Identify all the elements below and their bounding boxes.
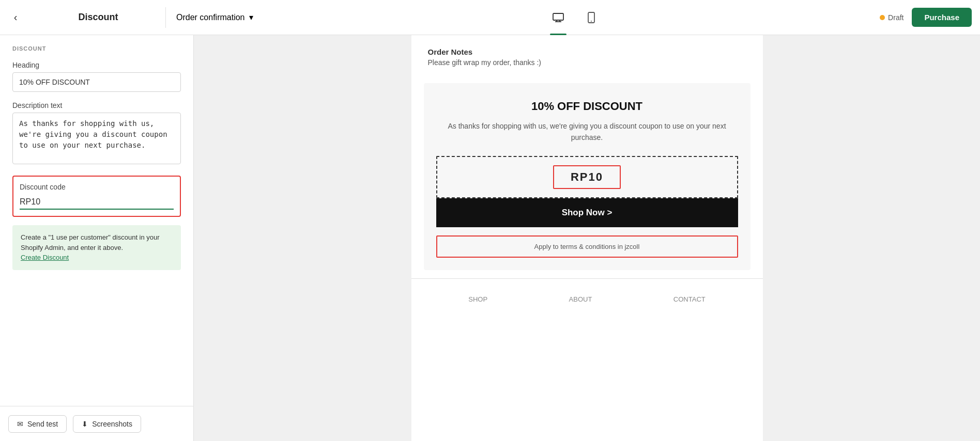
left-bottom-bar: ✉ Send test ⬇ Screenshots xyxy=(0,406,193,441)
description-label: Description text xyxy=(12,101,181,109)
svg-point-5 xyxy=(591,21,592,22)
svg-rect-0 xyxy=(553,13,563,20)
footer-about-link[interactable]: ABOUT xyxy=(569,295,592,303)
left-scroll: DISCOUNT Heading Description text As tha… xyxy=(0,35,193,406)
create-discount-link[interactable]: Create Discount xyxy=(21,254,69,261)
send-icon: ✉ xyxy=(17,420,23,428)
main-layout: DISCOUNT Heading Description text As tha… xyxy=(0,35,980,441)
discount-code-section: Discount code xyxy=(12,176,181,217)
terms-button[interactable]: Apply to terms & conditions in jzcoll xyxy=(436,235,738,258)
coupon-code-display: RP10 xyxy=(553,165,621,189)
topbar-right: Draft Purchase xyxy=(880,8,980,27)
topbar: ‹ Discount Order confirmation ▾ Draft Pu xyxy=(0,0,980,35)
heading-label: Heading xyxy=(12,61,181,69)
order-notes-section: Order Notes Please gift wrap my order, t… xyxy=(411,35,763,75)
order-notes-title: Order Notes xyxy=(428,48,746,56)
send-test-label: Send test xyxy=(27,420,58,428)
page-title: Discount xyxy=(31,12,165,23)
view-toggle xyxy=(269,7,880,28)
discount-preview-block: 10% OFF DISCOUNT As thanks for shopping … xyxy=(424,83,751,270)
mobile-view-button[interactable] xyxy=(581,7,602,28)
purchase-button[interactable]: Purchase xyxy=(912,8,972,27)
discount-code-input[interactable] xyxy=(20,195,174,210)
chevron-down-icon: ▾ xyxy=(249,12,253,22)
footer-shop-link[interactable]: SHOP xyxy=(468,295,487,303)
draft-label: Draft xyxy=(888,13,904,22)
description-textarea[interactable]: As thanks for shopping with us, we're gi… xyxy=(12,113,181,164)
desktop-view-button[interactable] xyxy=(548,7,569,28)
back-button[interactable]: ‹ xyxy=(0,11,31,23)
order-notes-text: Please gift wrap my order, thanks :) xyxy=(428,58,746,67)
dropdown-label: Order confirmation xyxy=(176,13,245,22)
heading-input[interactable] xyxy=(12,72,181,92)
download-icon: ⬇ xyxy=(82,420,88,428)
left-panel: DISCOUNT Heading Description text As tha… xyxy=(0,35,194,441)
draft-status: Draft xyxy=(880,13,904,22)
preview-panel: Order Notes Please gift wrap my order, t… xyxy=(194,35,980,441)
hint-box: Create a "1 use per customer" discount i… xyxy=(12,225,181,270)
screenshots-label: Screenshots xyxy=(92,420,132,428)
draft-dot xyxy=(880,15,885,20)
email-preview: Order Notes Please gift wrap my order, t… xyxy=(411,35,763,441)
coupon-wrapper: RP10 xyxy=(436,156,738,198)
discount-preview-description: As thanks for shopping with us, we're gi… xyxy=(436,120,738,144)
discount-code-label: Discount code xyxy=(20,183,174,191)
section-label: DISCOUNT xyxy=(12,45,181,52)
email-type-dropdown[interactable]: Order confirmation ▾ xyxy=(166,12,269,22)
hint-text: Create a "1 use per customer" discount i… xyxy=(21,233,160,251)
back-icon: ‹ xyxy=(14,11,18,23)
discount-preview-heading: 10% OFF DISCOUNT xyxy=(436,100,738,113)
screenshots-button[interactable]: ⬇ Screenshots xyxy=(73,415,141,433)
send-test-button[interactable]: ✉ Send test xyxy=(8,415,67,433)
shop-now-button[interactable]: Shop Now > xyxy=(436,198,738,227)
email-footer: SHOP ABOUT CONTACT xyxy=(411,278,763,320)
footer-contact-link[interactable]: CONTACT xyxy=(673,295,706,303)
